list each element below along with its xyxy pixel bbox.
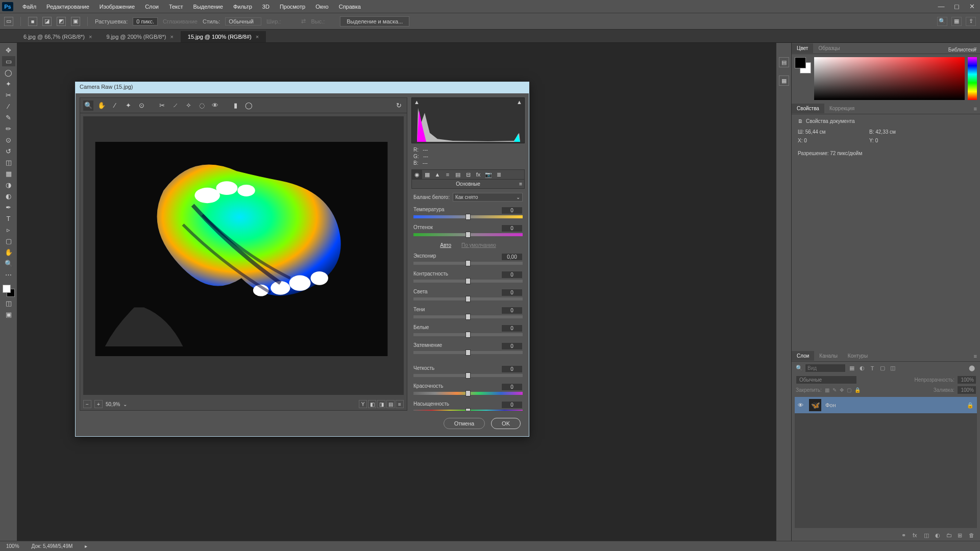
tab-layers[interactable]: Слои bbox=[792, 351, 814, 361]
feather-input[interactable]: 0 пикс. bbox=[133, 17, 158, 26]
adjustment-brush-icon[interactable]: ▮ bbox=[230, 101, 240, 111]
slider-track[interactable] bbox=[413, 280, 523, 283]
selection-subtract-icon[interactable]: ◩ bbox=[57, 17, 66, 26]
antialias-checkbox[interactable]: Сглаживание bbox=[163, 18, 198, 24]
menu-select[interactable]: Выделение bbox=[188, 2, 228, 12]
curve-tab-icon[interactable]: ▦ bbox=[422, 170, 432, 179]
style-dropdown[interactable]: Обычный bbox=[225, 17, 261, 26]
slider-track[interactable] bbox=[413, 262, 523, 265]
graduated-filter-icon[interactable]: ◯ bbox=[243, 101, 254, 111]
auto-link[interactable]: Авто bbox=[440, 242, 451, 248]
panel-menu-icon[interactable]: ≡ bbox=[974, 353, 977, 359]
white-balance-tool-icon[interactable]: ⁄ bbox=[110, 101, 120, 111]
slider-value-input[interactable] bbox=[501, 207, 523, 214]
lock-artboard-icon[interactable]: ▢ bbox=[847, 387, 851, 393]
slider-thumb[interactable] bbox=[465, 260, 471, 266]
zoom-out-button[interactable]: − bbox=[83, 400, 91, 408]
window-close-icon[interactable]: ✕ bbox=[966, 3, 978, 11]
color-panel[interactable] bbox=[792, 54, 980, 103]
zoom-dropdown-icon[interactable]: ⌄ bbox=[123, 402, 127, 407]
lock-transparent-icon[interactable]: ▦ bbox=[825, 387, 829, 393]
rotate-icon[interactable]: ↻ bbox=[394, 101, 404, 111]
menu-image[interactable]: Изображение bbox=[94, 2, 140, 12]
lock-icon[interactable]: 🔒 bbox=[967, 402, 974, 409]
adjustment-layer-icon[interactable]: ◐ bbox=[935, 532, 942, 539]
zoom-tool[interactable]: 🔍 bbox=[2, 258, 15, 268]
actions-panel-icon[interactable]: ▦ bbox=[779, 76, 789, 86]
calibrate-tab-icon[interactable]: 📷 bbox=[483, 170, 494, 179]
status-arrow-icon[interactable]: ▸ bbox=[85, 543, 87, 549]
close-icon[interactable]: × bbox=[170, 34, 173, 40]
hand-tool[interactable]: ✋ bbox=[2, 247, 15, 257]
slider-track[interactable] bbox=[413, 215, 523, 218]
layers-list[interactable]: 👁 🦋 Фон 🔒 bbox=[795, 397, 977, 528]
color-sampler-tool-icon[interactable]: ✦ bbox=[123, 101, 133, 111]
slider-track[interactable] bbox=[413, 315, 523, 318]
history-panel-icon[interactable]: ▤ bbox=[779, 57, 789, 67]
panel-menu-icon[interactable]: ≡ bbox=[974, 106, 977, 112]
pen-tool[interactable]: ✒ bbox=[2, 202, 15, 212]
slider-value-input[interactable] bbox=[501, 289, 523, 296]
color-swatch[interactable] bbox=[3, 285, 15, 297]
zoom-in-button[interactable]: + bbox=[94, 400, 103, 408]
menu-view[interactable]: Просмотр bbox=[275, 2, 310, 12]
brush-tool[interactable]: ✏ bbox=[2, 123, 15, 134]
lasso-tool[interactable]: ◯ bbox=[2, 67, 15, 78]
filter-type-icon[interactable]: T bbox=[868, 364, 876, 372]
slider-thumb[interactable] bbox=[465, 408, 471, 411]
slider-thumb[interactable] bbox=[465, 372, 471, 379]
split-tab-icon[interactable]: ▤ bbox=[453, 170, 463, 179]
history-brush-tool[interactable]: ↺ bbox=[2, 146, 15, 156]
group-icon[interactable]: 🗀 bbox=[946, 532, 953, 539]
slider-value-input[interactable] bbox=[501, 401, 523, 409]
quick-select-tool[interactable]: ✦ bbox=[2, 79, 15, 89]
slider-value-input[interactable] bbox=[501, 224, 523, 232]
tab-channels[interactable]: Каналы bbox=[814, 351, 843, 361]
detail-tab-icon[interactable]: ▲ bbox=[432, 170, 443, 179]
tab-doc-3[interactable]: 15.jpg @ 100% (RGB/8#)× bbox=[181, 31, 266, 42]
lock-all-icon[interactable]: 🔒 bbox=[854, 387, 861, 393]
tab-swatches[interactable]: Образцы bbox=[813, 43, 845, 53]
filter-smart-icon[interactable]: ◫ bbox=[889, 364, 897, 372]
opacity-input[interactable]: 100% bbox=[958, 376, 976, 384]
redeye-tool-icon[interactable]: 👁 bbox=[210, 101, 220, 111]
fill-input[interactable]: 100% bbox=[958, 386, 976, 394]
window-minimize-icon[interactable]: — bbox=[935, 3, 947, 11]
type-tool[interactable]: T bbox=[2, 213, 15, 223]
workspace-icon[interactable]: ▦ bbox=[951, 17, 962, 26]
presets-tab-icon[interactable]: ≣ bbox=[494, 170, 504, 179]
color-field[interactable] bbox=[814, 57, 965, 100]
close-icon[interactable]: × bbox=[256, 34, 259, 40]
histogram[interactable]: ▲ ▲ bbox=[411, 97, 525, 143]
slider-track[interactable] bbox=[413, 333, 523, 336]
lock-pixels-icon[interactable]: ✎ bbox=[832, 387, 837, 393]
slider-value-input[interactable] bbox=[501, 324, 523, 332]
highlight-clip-icon[interactable]: ▲ bbox=[517, 99, 522, 105]
quick-mask-icon[interactable]: ◫ bbox=[2, 298, 15, 308]
menu-file[interactable]: Файл bbox=[17, 2, 41, 12]
libraries-tab[interactable]: Библиотеки bbox=[948, 47, 976, 53]
tab-paths[interactable]: Контуры bbox=[843, 351, 873, 361]
slider-value-input[interactable] bbox=[501, 383, 523, 391]
layer-name[interactable]: Фон bbox=[825, 402, 836, 408]
slider-track[interactable] bbox=[413, 233, 523, 236]
cancel-button[interactable]: Отмена bbox=[444, 418, 485, 429]
before-after-icon[interactable]: ◧ bbox=[368, 400, 376, 408]
lock-position-icon[interactable]: ✥ bbox=[840, 387, 844, 393]
tab-properties[interactable]: Свойства bbox=[792, 104, 824, 113]
visibility-icon[interactable]: 👁 bbox=[798, 402, 805, 408]
slider-track[interactable] bbox=[413, 351, 523, 354]
selection-new-icon[interactable]: ■ bbox=[28, 17, 37, 26]
menu-layers[interactable]: Слои bbox=[140, 2, 164, 12]
new-layer-icon[interactable]: ⊞ bbox=[958, 532, 965, 539]
eraser-tool[interactable]: ◫ bbox=[2, 157, 15, 167]
canvas-area[interactable]: Camera Raw (15.jpg) 🔍 ✋ ⁄ ✦ ⊙ ✂ ⟋ ✧ ◌ � bbox=[17, 43, 776, 541]
slider-thumb[interactable] bbox=[465, 349, 471, 356]
filter-shape-icon[interactable]: ▢ bbox=[878, 364, 887, 372]
menu-edit[interactable]: Редактирование bbox=[41, 2, 94, 12]
slider-thumb[interactable] bbox=[465, 390, 471, 396]
link-layers-icon[interactable]: ⚭ bbox=[901, 532, 909, 539]
tab-adjustments[interactable]: Коррекция bbox=[824, 104, 860, 113]
slider-track[interactable] bbox=[413, 410, 523, 411]
tab-doc-2[interactable]: 9.jpg @ 200% (RGB/8*)× bbox=[99, 31, 180, 42]
